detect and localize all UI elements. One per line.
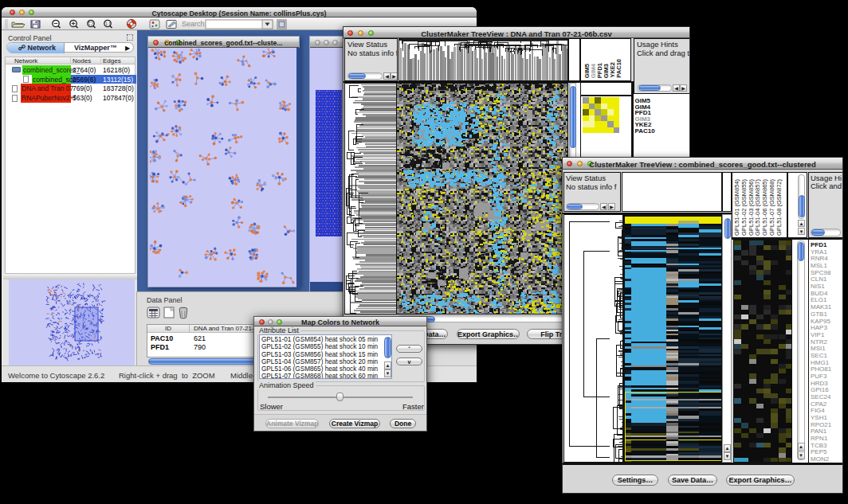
svg-text:1:1: 1:1 [105, 21, 111, 26]
svg-text:Search:: Search: [182, 20, 206, 28]
